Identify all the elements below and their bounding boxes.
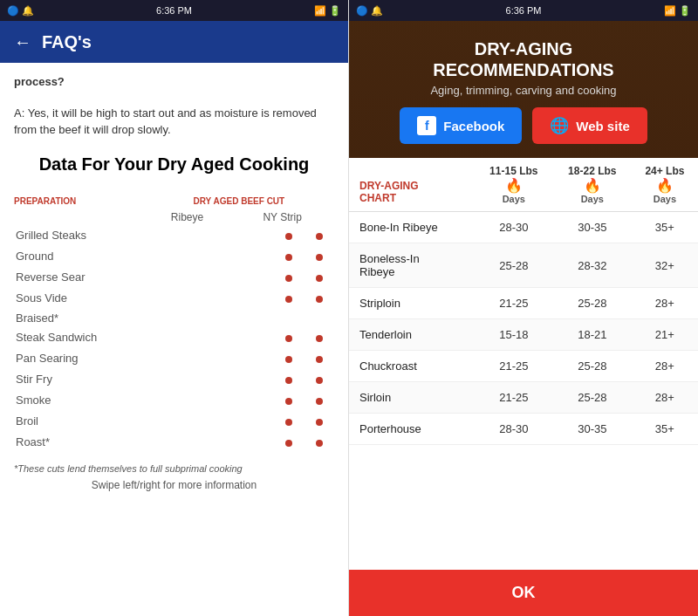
dot-indicator: [285, 419, 292, 426]
preparation-table: PREPARATION DRY AGED BEEF CUT Ribeye NY …: [14, 193, 334, 225]
website-button[interactable]: 🌐 Web site: [532, 107, 647, 144]
ribeye-cell: [274, 348, 305, 369]
nystrip-cell: [304, 246, 334, 267]
days-col1: 15-18: [475, 319, 553, 351]
dot-indicator: [316, 440, 323, 447]
cut-name: Chuckroast: [349, 351, 475, 382]
left-panel: 🔵 🔔 6:36 PM 📶 🔋 ← FAQ's process? A: Yes,…: [0, 0, 349, 616]
row-label: Ground: [14, 246, 274, 267]
cut-name: Tenderloin: [349, 319, 475, 351]
facebook-icon: f: [417, 116, 436, 135]
ribeye-cell: [274, 225, 305, 246]
table-row: Braised*: [14, 309, 334, 327]
chart-row: Porterhouse 28-30 30-35 35+: [349, 414, 698, 445]
table-row: Steak Sandwich: [14, 327, 334, 348]
nystrip-cell: [304, 225, 334, 246]
dot-indicator: [316, 377, 323, 384]
dot-indicator: [316, 419, 323, 426]
row-label: Stir Fry: [14, 369, 274, 390]
dot-indicator: [285, 335, 292, 342]
faq-question: process?: [14, 73, 334, 91]
right-panel: 🔵 🔔 6:36 PM 📶 🔋 DRY-AGINGRECOMMENDATIONS…: [349, 0, 698, 616]
swipe-hint: Swipe left/right for more information: [14, 479, 334, 491]
days-col2: 25-28: [553, 351, 632, 382]
nystrip-cell: [304, 369, 334, 390]
dot-indicator: [285, 398, 292, 405]
nystrip-cell: [304, 390, 334, 411]
dot-indicator: [285, 440, 292, 447]
dot-indicator: [285, 254, 292, 261]
prep-data-table: Grilled Steaks Ground Reverse Sear Sous …: [14, 225, 334, 453]
chart-header-title: DRY-AGINGCHART: [349, 158, 475, 212]
chart-col1-header: 11-15 Lbs 🔥 Days: [475, 158, 553, 212]
table-row: Grilled Steaks: [14, 225, 334, 246]
chart-row: Chuckroast 21-25 25-28 28+: [349, 351, 698, 382]
days-col3: 32+: [632, 243, 698, 288]
cut-name: Boneless-InRibeye: [349, 243, 475, 288]
right-status-icons: 🔵 🔔: [356, 5, 383, 17]
left-status-time: 6:36 PM: [156, 5, 192, 16]
table-row: Roast*: [14, 432, 334, 453]
nystrip-cell: [304, 411, 334, 432]
facebook-label: Facebook: [443, 119, 504, 133]
nystrip-cell: [304, 309, 334, 327]
section-title: Data For Your Dry Aged Cooking: [14, 153, 334, 175]
table-row: Ground: [14, 246, 334, 267]
days-col3: 35+: [632, 212, 698, 243]
dot-indicator: [316, 356, 323, 363]
days-col3: 28+: [632, 382, 698, 414]
table-header-beef: DRY AGED BEEF CUT: [144, 193, 334, 209]
row-label: Smoke: [14, 390, 274, 411]
ribeye-cell: [274, 309, 305, 327]
days-col1: 28-30: [475, 212, 553, 243]
dot-indicator: [285, 356, 292, 363]
days-col1: 21-25: [475, 351, 553, 382]
dot-indicator: [316, 254, 323, 261]
footnote: *These cuts lend themselves to full subp…: [14, 463, 334, 474]
cut-name: Porterhouse: [349, 414, 475, 445]
days-col3: 21+: [632, 319, 698, 351]
ribeye-cell: [274, 288, 305, 309]
left-status-icons: 🔵 🔔: [7, 5, 34, 17]
table-row: Broil: [14, 411, 334, 432]
row-label: Roast*: [14, 432, 274, 453]
days-col3: 28+: [632, 288, 698, 319]
days-col2: 18-21: [553, 319, 632, 351]
days-col1: 21-25: [475, 382, 553, 414]
days-col1: 25-28: [475, 243, 553, 288]
facebook-button[interactable]: f Facebook: [400, 107, 522, 144]
days-col3: 35+: [632, 414, 698, 445]
back-button[interactable]: ←: [14, 32, 31, 52]
left-content: process? A: Yes, it will be high to star…: [0, 63, 348, 616]
faq-answer: A: Yes, it will be high to start out and…: [14, 105, 334, 139]
nystrip-cell: [304, 432, 334, 453]
nystrip-cell: [304, 348, 334, 369]
ribeye-cell: [274, 327, 305, 348]
table-subheader-ribeye: Ribeye: [144, 209, 231, 225]
dot-indicator: [285, 377, 292, 384]
dot-indicator: [285, 296, 292, 303]
cut-name: Bone-In Ribeye: [349, 212, 475, 243]
chart-row: Sirloin 21-25 25-28 28+: [349, 382, 698, 414]
chart-row: Bone-In Ribeye 28-30 30-35 35+: [349, 212, 698, 243]
hero-title: DRY-AGINGRECOMMENDATIONS: [433, 38, 613, 80]
hero-subtitle: Aging, trimming, carving and cooking: [430, 84, 616, 97]
days-col2: 28-32: [553, 243, 632, 288]
ribeye-cell: [274, 390, 305, 411]
days-col2: 25-28: [553, 382, 632, 414]
website-label: Web site: [576, 119, 629, 133]
dot-indicator: [285, 233, 292, 240]
nystrip-cell: [304, 267, 334, 288]
days-col1: 28-30: [475, 414, 553, 445]
chart-col2-header: 18-22 Lbs 🔥 Days: [553, 158, 632, 212]
chart-row: Tenderloin 15-18 18-21 21+: [349, 319, 698, 351]
ribeye-cell: [274, 267, 305, 288]
ok-button[interactable]: OK: [349, 570, 698, 616]
row-label: Steak Sandwich: [14, 327, 274, 348]
dot-indicator: [316, 233, 323, 240]
days-col2: 30-35: [553, 414, 632, 445]
ribeye-cell: [274, 369, 305, 390]
nystrip-cell: [304, 327, 334, 348]
days-col2: 25-28: [553, 288, 632, 319]
hero-section: DRY-AGINGRECOMMENDATIONS Aging, trimming…: [349, 21, 698, 158]
